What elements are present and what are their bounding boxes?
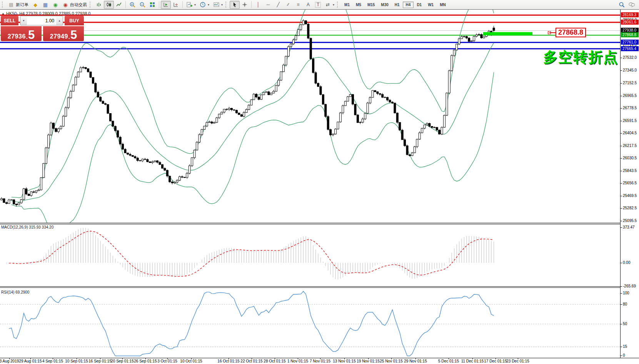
price-axis-tick-label: 26778.5: [623, 106, 637, 110]
price-axis-tick-label: 26217.5: [623, 144, 637, 148]
trendline-button[interactable]: ╱: [273, 1, 283, 9]
rsi-axis-tick: [621, 324, 622, 324]
macd-pane[interactable]: MACD(12,26,9) 315.93 334.20: [0, 224, 620, 286]
toolbar-grip[interactable]: [90, 2, 92, 8]
price-line-label: 27665.4: [621, 46, 639, 51]
tab-h4[interactable]: H4: [403, 2, 414, 8]
data-window-button[interactable]: ▦: [40, 1, 50, 9]
label-tool-button[interactable]: T: [313, 1, 323, 9]
volume-value[interactable]: 1.00: [27, 16, 56, 25]
zoom-in-icon: [129, 2, 135, 8]
toolbar-grip[interactable]: [337, 2, 340, 8]
time-axis-label: 3 Aug 2019: [0, 359, 19, 363]
price-axis-tick: [621, 208, 622, 209]
macd-axis-tick: [621, 286, 622, 287]
channel-icon: ∕∕: [285, 2, 291, 8]
sell-price-pips: 5: [28, 30, 35, 40]
rsi-axis-label: 0: [623, 353, 625, 357]
horizontal-line-icon: ─: [265, 2, 271, 8]
candlestick-chart-icon: [106, 2, 112, 8]
chat-icon[interactable]: [629, 2, 635, 8]
bar-chart-icon: [96, 2, 102, 8]
sell-price[interactable]: 27936.5: [1, 26, 42, 41]
fibonacci-button[interactable]: ≡: [293, 1, 303, 9]
macd-label: MACD(12,26,9) 315.93 334.20: [1, 225, 53, 229]
zoom-in-button[interactable]: [127, 1, 137, 9]
crosshair-icon: [242, 2, 248, 8]
text-tool-button[interactable]: A: [303, 1, 313, 9]
time-axis-label: 10 Oct 01:15: [180, 359, 202, 363]
vertical-line-button[interactable]: │: [253, 1, 263, 9]
time-axis-label: 13 Nov 01:15: [333, 359, 356, 363]
symbol-icon: ▲: [2, 12, 5, 15]
time-axis[interactable]: 3 Aug 201929 Aug 01:154 Sep 01:1510 Sep …: [0, 358, 639, 364]
templates-button[interactable]: ▾: [211, 1, 225, 9]
new-order-button[interactable]: ▤ 新订单: [6, 1, 30, 9]
price-axis[interactable]: 27532.027345.027152.526965.526778.526591…: [620, 10, 639, 358]
price-axis-tick: [621, 158, 622, 159]
toolbar-separator: [125, 1, 126, 8]
time-axis-label: 23 Dec 01:15: [506, 359, 529, 363]
price-axis-tick-label: 25469.5: [623, 194, 637, 198]
tab-m1[interactable]: M1: [341, 2, 353, 8]
price-axis-tick: [621, 221, 622, 221]
signals-button[interactable]: ◉: [50, 1, 60, 9]
auto-scroll-button[interactable]: [161, 1, 171, 9]
sell-price-main: 27936: [8, 33, 26, 40]
signals-icon: ◉: [52, 2, 58, 8]
trend-annotation[interactable]: 多空转折点: [543, 48, 618, 67]
main-chart-pane[interactable]: [0, 10, 620, 223]
tab-m15[interactable]: M15: [364, 2, 378, 8]
tab-d1[interactable]: D1: [414, 2, 425, 8]
search-icon[interactable]: [619, 2, 625, 8]
chart-shift-button[interactable]: [171, 1, 181, 9]
toolbar-grip[interactable]: [225, 2, 228, 8]
time-axis-label: 10 Sep 01:15: [65, 359, 88, 363]
tile-windows-button[interactable]: [147, 1, 157, 9]
periods-button[interactable]: ▾: [198, 1, 211, 9]
time-axis-label: 16 Oct 01:15: [217, 359, 239, 363]
indicators-button[interactable]: ▾: [184, 1, 198, 9]
time-axis-label: 7 Nov 01:15: [310, 359, 330, 363]
price-axis-tick-label: 25095.5: [623, 219, 637, 223]
tab-m5[interactable]: M5: [353, 2, 364, 8]
zoom-out-button[interactable]: [137, 1, 147, 9]
volume-increase-button[interactable]: ▲: [56, 16, 63, 25]
price-axis-tick: [621, 108, 622, 109]
rsi-axis-label: 80: [623, 302, 627, 306]
time-axis-label: 1 Nov 01:15: [287, 359, 308, 363]
time-axis-label: 22 Oct 01:15: [240, 359, 262, 363]
candlestick-chart-button[interactable]: [104, 1, 114, 9]
callout-connector: [549, 32, 556, 33]
volume-decrease-button[interactable]: ▼: [20, 16, 27, 25]
crosshair-button[interactable]: [240, 1, 250, 9]
bar-chart-button[interactable]: [94, 1, 104, 9]
new-order-label: 新订单: [16, 2, 28, 8]
buy-price[interactable]: 27949.5: [43, 26, 84, 41]
sell-button[interactable]: SELL: [1, 16, 18, 25]
price-axis-tick: [621, 83, 622, 83]
rsi-axis-label: 50: [623, 322, 627, 326]
candlestick-chart: [0, 10, 620, 223]
horizontal-line-button[interactable]: ─: [263, 1, 273, 9]
rsi-axis-tick: [621, 304, 622, 305]
tab-w1[interactable]: W1: [425, 2, 437, 8]
price-axis-tick: [621, 58, 622, 58]
macd-axis-tick: [621, 263, 622, 263]
autotrading-button[interactable]: ◉ 自动交易: [60, 1, 89, 9]
tab-mn[interactable]: MN: [437, 2, 449, 8]
channel-button[interactable]: ∕∕: [283, 1, 293, 9]
cursor-button[interactable]: [230, 1, 240, 9]
tab-m30[interactable]: M30: [378, 2, 391, 8]
price-axis-tick: [621, 146, 622, 146]
price-callout[interactable]: 27868.8: [556, 28, 586, 37]
market-watch-button[interactable]: ◆: [30, 1, 40, 9]
toolbar-grip[interactable]: [2, 2, 5, 8]
arrows-tool-button[interactable]: ⇄ ▾: [323, 1, 336, 9]
macd-chart: [0, 224, 620, 286]
tab-h1[interactable]: H1: [392, 2, 403, 8]
market-watch-icon: ◆: [32, 2, 38, 8]
line-chart-button[interactable]: [114, 1, 124, 9]
rsi-pane[interactable]: RSI(14) 69.2900: [0, 288, 620, 358]
buy-button[interactable]: BUY: [65, 16, 84, 25]
